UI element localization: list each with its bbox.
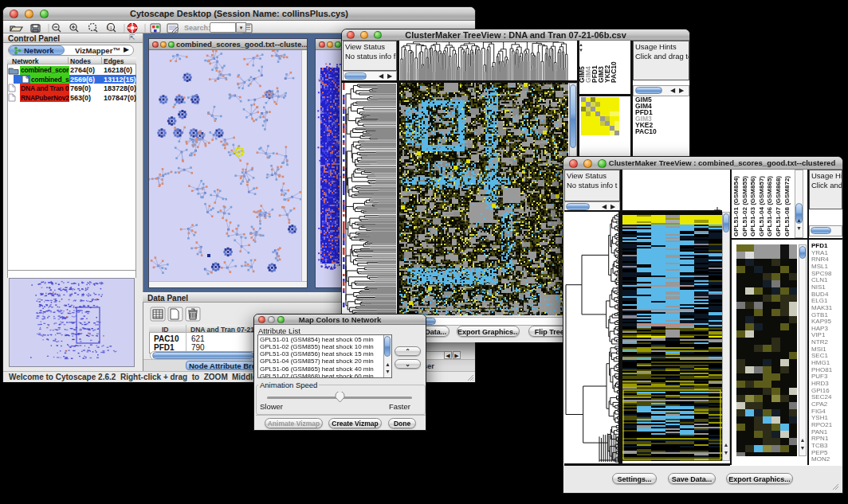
- svg-text:GPL51-08 (GSM872): GPL51-08 (GSM872): [783, 176, 791, 236]
- svg-text:PAC10: PAC10: [610, 61, 618, 83]
- svg-text:GPL51-04 (GSM857): GPL51-04 (GSM857): [758, 176, 765, 236]
- svg-text:GPL51-02 (GSM855): GPL51-02 (GSM855): [741, 176, 748, 236]
- svg-text:GPL51-01 (GSM854): GPL51-01 (GSM854): [732, 176, 740, 236]
- svg-text:1:1: 1:1: [107, 25, 112, 30]
- svg-text:GPL51-06 (GSM865): GPL51-06 (GSM865): [766, 176, 773, 236]
- svg-text:GPL51-03 (GSM856): GPL51-03 (GSM856): [749, 176, 756, 236]
- svg-text:GPL51-07 (GSM868): GPL51-07 (GSM868): [775, 176, 782, 236]
